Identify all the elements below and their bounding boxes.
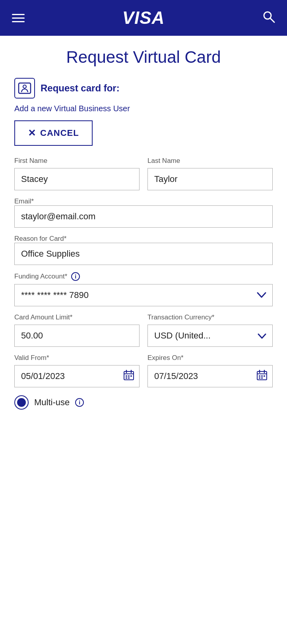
- radio-inner: [17, 398, 26, 407]
- reason-group: Reason for Card*: [14, 235, 273, 265]
- expires-on-input[interactable]: [147, 365, 273, 387]
- reason-input[interactable]: [14, 243, 273, 265]
- transaction-currency-input[interactable]: [147, 325, 273, 347]
- cancel-button-label: CANCEL: [40, 128, 79, 138]
- first-name-label: First Name: [14, 157, 140, 165]
- card-amount-label: Card Amount Limit*: [14, 313, 140, 321]
- cancel-button[interactable]: ✕ CANCEL: [14, 120, 93, 146]
- request-card-for-label: Request card for:: [41, 83, 120, 94]
- dates-row: Valid From*: [14, 354, 273, 387]
- app-title: VISA: [122, 8, 165, 28]
- cancel-x-icon: ✕: [28, 128, 36, 139]
- first-name-group: First Name: [14, 157, 140, 190]
- email-input[interactable]: [14, 205, 273, 228]
- add-new-user-link[interactable]: Add a new Virtual Business User: [14, 104, 273, 113]
- email-group: Email*: [14, 197, 273, 228]
- svg-point-3: [23, 85, 26, 88]
- reason-label: Reason for Card*: [14, 235, 66, 242]
- page-title: Request Virtual Card: [14, 48, 273, 67]
- expires-on-label: Expires On*: [147, 354, 273, 362]
- amount-currency-row: Card Amount Limit* Transaction Currency*: [14, 313, 273, 347]
- card-amount-input[interactable]: [14, 325, 140, 347]
- currency-select-wrapper: [147, 325, 273, 347]
- svg-line-1: [270, 18, 274, 22]
- request-card-for-row: Request card for:: [14, 78, 273, 99]
- transaction-currency-group: Transaction Currency*: [147, 313, 273, 347]
- card-amount-group: Card Amount Limit*: [14, 313, 140, 347]
- name-row: First Name Last Name: [14, 157, 273, 190]
- search-icon[interactable]: [262, 10, 275, 26]
- expires-on-group: Expires On*: [147, 354, 273, 387]
- funding-info-icon[interactable]: i: [71, 272, 80, 281]
- valid-from-input[interactable]: [14, 365, 140, 387]
- multi-use-row: Multi-use i: [14, 395, 273, 410]
- last-name-label: Last Name: [147, 157, 273, 165]
- valid-from-group: Valid From*: [14, 354, 140, 387]
- menu-icon[interactable]: [12, 14, 25, 22]
- expires-on-wrapper: [147, 365, 273, 387]
- multi-use-info-icon[interactable]: i: [75, 398, 84, 407]
- valid-from-wrapper: [14, 365, 140, 387]
- app-header: VISA: [0, 0, 287, 36]
- last-name-input[interactable]: [147, 168, 273, 190]
- request-card-icon: [14, 78, 35, 99]
- first-name-input[interactable]: [14, 168, 140, 190]
- funding-label: Funding Account*: [14, 273, 67, 280]
- last-name-group: Last Name: [147, 157, 273, 190]
- multi-use-radio[interactable]: [14, 395, 29, 410]
- funding-select-wrapper: [14, 284, 273, 306]
- multi-use-label: Multi-use: [34, 397, 70, 408]
- funding-input[interactable]: [14, 284, 273, 306]
- transaction-currency-label: Transaction Currency*: [147, 313, 273, 321]
- email-label: Email*: [14, 197, 34, 205]
- valid-from-label: Valid From*: [14, 354, 140, 362]
- funding-label-row: Funding Account* i: [14, 272, 273, 281]
- main-content: Request Virtual Card Request card for: A…: [0, 36, 287, 644]
- funding-account-group: Funding Account* i: [14, 272, 273, 306]
